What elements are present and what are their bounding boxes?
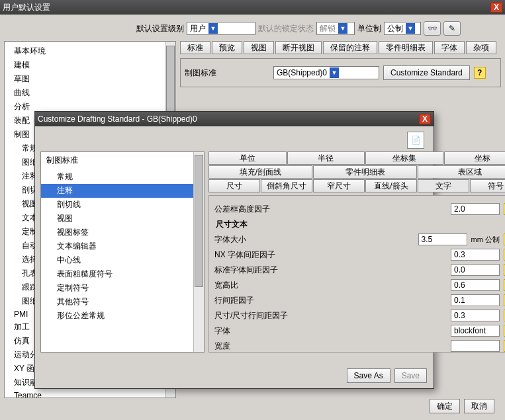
tab[interactable]: 杂项 (466, 41, 496, 54)
main-footer: 确定 取消 (430, 399, 494, 413)
dialog-tree-item[interactable]: 中心线 (41, 253, 204, 267)
tree-item[interactable]: 曲线 (5, 86, 175, 100)
main-titlebar: 用户默认设置 X (0, 0, 505, 15)
dialog-tab[interactable]: 尺寸 (208, 179, 260, 192)
close-icon[interactable]: X (419, 114, 431, 124)
glasses-icon[interactable]: 👓 (424, 21, 441, 36)
tree-item[interactable]: 草图 (5, 72, 175, 86)
dialog-tree-item[interactable]: 文本编辑器 (41, 239, 204, 253)
dialog-body: 制图标准 常规注释剖切线视图视图标签文本编辑器中心线表面粗糙度符号定制符号其他符… (35, 146, 434, 358)
prop-input[interactable]: blockfont (451, 325, 500, 337)
dialog-tree-item[interactable]: 剖切线 (41, 198, 204, 212)
chevron-down-icon: ▼ (338, 23, 347, 34)
prop-input[interactable]: 0.1 (451, 294, 500, 306)
tree-item[interactable]: 基本环境 (5, 44, 175, 58)
prop-label: 字体 (214, 325, 447, 337)
prop-input[interactable]: 0.0 (451, 264, 500, 276)
scrollbar-vertical[interactable] (193, 152, 204, 352)
unit-value: 公制 (387, 23, 403, 34)
prop-input[interactable]: 3.5 (418, 233, 467, 245)
dialog-tab[interactable]: 文字 (418, 179, 469, 192)
dialog-titlebar: Customize Drafting Standard - GB(Shipped… (35, 112, 434, 126)
dialog-tab[interactable]: 零件明细表 (313, 165, 417, 179)
dialog-tree-head: 制图标准 (41, 152, 204, 169)
prop-input[interactable]: 0.6 (451, 279, 500, 291)
level-dropdown[interactable]: 用户 ▼ (187, 22, 255, 35)
prop-label: 行间距因子 (214, 295, 447, 306)
tab[interactable]: 视图 (244, 41, 274, 54)
drafting-standard-label: 制图标准 (185, 67, 216, 79)
tree-item[interactable]: Teamce (5, 390, 175, 398)
unit-dropdown[interactable]: 公制 ▼ (384, 22, 421, 35)
dialog-footer: Save As Save (347, 368, 427, 383)
dialog-tree-item[interactable]: 形位公差常规 (41, 309, 204, 323)
standard-dropdown[interactable]: GB(Shipped)0 ▼ (273, 66, 379, 79)
tab[interactable]: 保留的注释 (323, 41, 377, 54)
dialog-tab[interactable]: 窄尺寸 (313, 179, 365, 192)
close-icon[interactable]: X (490, 2, 502, 13)
tool-icon[interactable]: ✎ (443, 21, 461, 36)
lock-label: 默认的锁定状态 (258, 23, 314, 34)
dialog-tree: 制图标准 常规注释剖切线视图视图标签文本编辑器中心线表面粗糙度符号定制符号其他符… (40, 151, 205, 353)
prop-input[interactable] (451, 340, 500, 352)
dialog-tab[interactable]: 倒斜角尺寸 (261, 179, 312, 192)
dialog-right: 单位半径坐标集坐标 填充/剖面线零件明细表表区域 尺寸倒斜角尺寸窄尺寸直线/箭头… (208, 151, 505, 353)
tree-item[interactable]: 建模 (5, 58, 175, 72)
customize-dialog: Customize Drafting Standard - GB(Shipped… (34, 111, 434, 389)
dialog-title: Customize Drafting Standard - GB(Shipped… (38, 114, 197, 124)
prop-label: NX 字体间距因子 (214, 249, 447, 261)
tolerance-height-label: 公差框高度因子 (214, 204, 447, 215)
top-options-row: 默认设置级别 用户 ▼ 默认的锁定状态 解锁 ▼ 单位制 公制 ▼ 👓 ✎ (4, 21, 501, 36)
standard-panel: 制图标准 GB(Shipped)0 ▼ Customize Standard ? (180, 58, 501, 87)
help-icon[interactable]: ? (474, 67, 486, 79)
tab[interactable]: 标准 (180, 41, 210, 54)
dialog-tab[interactable]: 单位 (208, 151, 287, 165)
dialog-tab[interactable]: 坐标 (444, 151, 506, 165)
dialog-tab[interactable]: 直线/箭头 (365, 179, 417, 192)
cancel-button[interactable]: 取消 (464, 399, 494, 413)
document-icon[interactable]: 📄 (407, 132, 424, 149)
prop-input[interactable]: 0.3 (451, 310, 500, 321)
unit-label: 单位制 (357, 23, 381, 34)
properties-panel: 公差框高度因子 2.0 ? 尺寸文本 字体大小3.5mm 公制?NX 字体间距因… (208, 195, 505, 353)
dialog-tree-item[interactable]: 常规 (41, 170, 204, 184)
lock-value: 解锁 (320, 23, 336, 34)
prop-label: 宽度 (214, 341, 447, 352)
tab-bar: 标准预览视图断开视图保留的注释零件明细表字体杂项 (180, 41, 501, 54)
prop-unit: mm 公制 (471, 235, 500, 245)
tolerance-height-input[interactable]: 2.0 (451, 203, 500, 215)
dialog-tree-item[interactable]: 定制符号 (41, 281, 204, 295)
dialog-tab[interactable]: 坐标集 (365, 151, 443, 165)
dialog-tree-item[interactable]: 视图标签 (41, 226, 204, 239)
dialog-tab[interactable]: 填充/剖面线 (208, 165, 312, 179)
customize-standard-button[interactable]: Customize Standard (383, 65, 470, 80)
dialog-tree-item[interactable]: 注释 (41, 184, 204, 198)
prop-label: 字体大小 (214, 234, 414, 245)
level-label: 默认设置级别 (136, 23, 184, 34)
chevron-down-icon: ▼ (208, 23, 218, 34)
dialog-tree-item[interactable]: 其他符号 (41, 295, 204, 309)
ok-button[interactable]: 确定 (430, 399, 460, 413)
section-heading: 尺寸文本 (216, 219, 505, 230)
dialog-tab[interactable]: 半径 (287, 151, 365, 165)
lock-dropdown[interactable]: 解锁 ▼ (316, 22, 355, 35)
window-title: 用户默认设置 (3, 2, 50, 13)
prop-input[interactable]: 0.3 (451, 249, 500, 261)
save-as-button[interactable]: Save As (347, 368, 390, 383)
dialog-tab[interactable]: 表区域 (418, 165, 505, 179)
tab[interactable]: 断开视图 (275, 41, 322, 54)
prop-label: 标准字体间距因子 (214, 265, 447, 276)
standard-value: GB(Shipped)0 (277, 68, 327, 77)
dialog-tab[interactable]: 符号 (470, 179, 505, 192)
dialog-tree-item[interactable]: 视图 (41, 212, 204, 226)
main-body: 默认设置级别 用户 ▼ 默认的锁定状态 解锁 ▼ 单位制 公制 ▼ 👓 ✎ 基本… (0, 15, 505, 420)
chevron-down-icon: ▼ (406, 23, 415, 34)
prop-label: 尺寸/尺寸行间距因子 (214, 310, 447, 321)
tab[interactable]: 预览 (212, 41, 242, 54)
save-button[interactable]: Save (394, 368, 427, 383)
tab[interactable]: 零件明细表 (379, 41, 433, 54)
dialog-tabs: 单位半径坐标集坐标 填充/剖面线零件明细表表区域 尺寸倒斜角尺寸窄尺寸直线/箭头… (208, 151, 505, 192)
tab[interactable]: 字体 (434, 41, 465, 54)
dialog-tree-item[interactable]: 表面粗糙度符号 (41, 267, 204, 281)
prop-label: 宽高比 (214, 280, 447, 291)
